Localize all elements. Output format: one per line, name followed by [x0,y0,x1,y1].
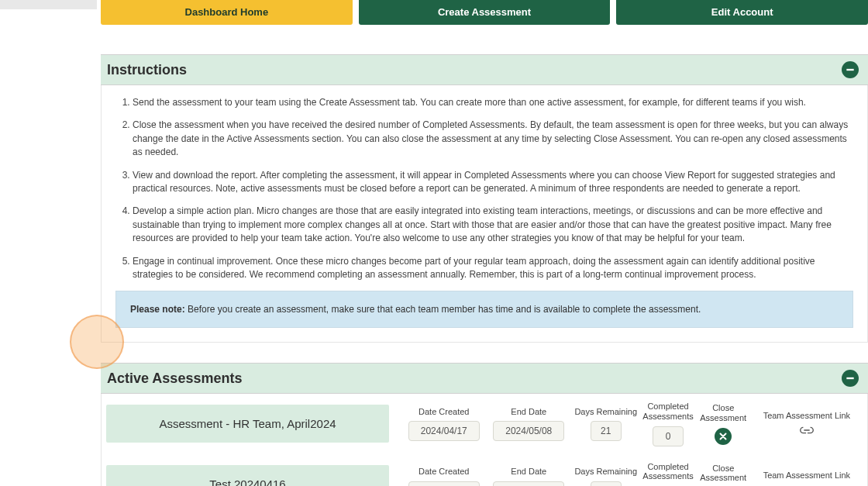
main-content: Dashboard Home Create Assessment Edit Ac… [101,0,868,486]
instructions-title: Instructions [107,62,187,78]
label-days-remaining: Days Remaining [574,467,637,477]
label-completed: Completed Assessments [640,402,695,421]
value-date-created[interactable]: 2024/04/17 [408,421,480,441]
instruction-item: Send the assessment to your team using t… [133,96,853,109]
collapse-instructions-button[interactable] [842,61,859,78]
instructions-body: Send the assessment to your team using t… [101,85,868,343]
tab-edit-account[interactable]: Edit Account [616,0,868,25]
instruction-item: Engage in continual improvement. Once th… [133,255,853,282]
active-assessments-body: Assessment - HR Team, April2024 Date Cre… [101,394,868,486]
note-prefix: Please note: [130,304,185,315]
col-end-date: End Date 2024/05/08 [487,467,572,486]
tab-create-assessment[interactable]: Create Assessment [359,0,611,25]
instruction-item: View and download the report. After comp… [133,169,853,196]
sidebar-stub [0,0,97,9]
main-tabs: Dashboard Home Create Assessment Edit Ac… [101,0,868,25]
col-date-created: Date Created 2024/04/17 [401,407,487,442]
col-link: Team Assessment Link [751,411,863,438]
col-end-date: End Date 2024/05/08 [487,407,572,442]
assessment-row: Assessment - HR Team, April2024 Date Cre… [106,402,863,446]
instructions-list: Send the assessment to your team using t… [115,96,853,281]
value-date-created[interactable]: 2024/04/16 [408,481,480,486]
label-days-remaining: Days Remaining [574,407,637,417]
note-box: Please note: Before you create an assess… [115,291,853,328]
svg-rect-1 [846,377,853,379]
instruction-item: Close the assessment when you have recei… [133,119,853,159]
active-assessments-title: Active Assessments [107,371,242,387]
assessment-row: Test 20240416 Date Created 2024/04/16 En… [106,462,863,486]
col-completed: Completed Assessments 0 [640,402,695,446]
note-text: Before you create an assessment, make su… [185,304,701,315]
label-end-date: End Date [511,467,546,477]
assessment-name: Assessment - HR Team, April2024 [106,405,389,443]
label-date-created: Date Created [418,467,469,477]
col-link: Team Assessment Link [751,470,863,486]
active-assessments-header: Active Assessments [101,363,868,394]
assessment-name: Test 20240416 [106,465,389,486]
label-date-created: Date Created [418,407,469,417]
value-end-date[interactable]: 2024/05/08 [493,481,564,486]
col-completed: Completed Assessments 0 [640,462,695,486]
label-close: Close Assessment [696,464,751,483]
col-date-created: Date Created 2024/04/16 [401,467,487,486]
minus-icon [845,373,856,384]
value-completed: 0 [653,426,684,446]
value-days-remaining: 21 [591,481,622,486]
value-days-remaining: 21 [591,421,622,441]
label-link: Team Assessment Link [763,411,851,421]
svg-rect-0 [846,69,853,71]
col-close: Close Assessment [696,464,751,486]
col-days-remaining: Days Remaining 21 [571,407,640,442]
minus-icon [845,64,856,75]
value-end-date[interactable]: 2024/05/08 [493,421,564,441]
close-assessment-button[interactable] [715,428,732,445]
label-link: Team Assessment Link [763,470,851,481]
col-days-remaining: Days Remaining 21 [571,467,640,486]
col-close: Close Assessment [696,403,751,444]
collapse-active-button[interactable] [842,370,859,387]
instructions-header: Instructions [101,54,868,85]
label-completed: Completed Assessments [640,462,695,481]
close-x-icon [718,432,728,441]
instruction-item: Develop a simple action plan. Micro chan… [133,205,853,245]
label-close: Close Assessment [696,403,751,422]
link-icon [798,425,815,436]
label-end-date: End Date [511,407,546,417]
tab-dashboard-home[interactable]: Dashboard Home [101,0,353,25]
team-link-button[interactable] [798,425,815,437]
